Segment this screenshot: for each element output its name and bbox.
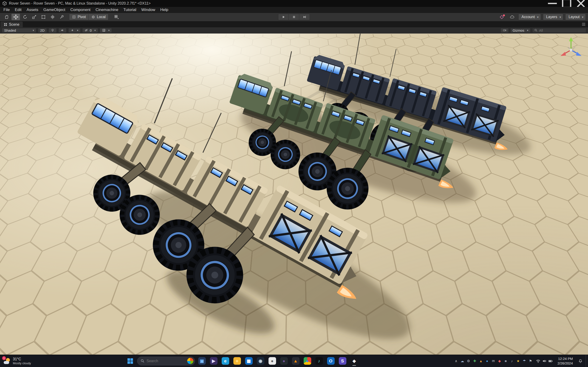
- close-button[interactable]: [574, 0, 588, 7]
- menu-item[interactable]: Cinemachine: [93, 7, 121, 13]
- app-icon-button[interactable]: ■: [232, 356, 242, 366]
- menu-item[interactable]: Edit: [12, 7, 24, 13]
- layout-dropdown[interactable]: Layout: [565, 14, 586, 20]
- tab-options-icon[interactable]: [579, 23, 588, 26]
- layers-dropdown[interactable]: Layers: [543, 14, 563, 20]
- play-button[interactable]: [278, 14, 289, 20]
- pause-button[interactable]: [289, 14, 299, 20]
- taskbar-search-input[interactable]: [147, 359, 185, 363]
- app-icon-button[interactable]: O: [326, 356, 336, 366]
- tab-strip: Scene: [0, 21, 588, 27]
- orientation-gizmo[interactable]: [558, 36, 584, 61]
- tray-icon[interactable]: ●: [484, 357, 490, 366]
- tray-icon[interactable]: ☂: [521, 357, 527, 366]
- scene-search-input[interactable]: [539, 28, 584, 32]
- 2d-toggle-button[interactable]: 2D: [38, 28, 47, 33]
- tray-icon[interactable]: ✚: [472, 357, 478, 366]
- search-icon: [141, 359, 145, 363]
- collab-cloud-button[interactable]: [508, 14, 516, 20]
- app-icon-button[interactable]: ▣: [197, 356, 207, 366]
- rect-tool-button[interactable]: [39, 14, 48, 20]
- tray-icon[interactable]: ⚑: [527, 357, 534, 366]
- app-icon-button[interactable]: ●: [279, 356, 289, 366]
- effects-star-icon: [70, 28, 74, 32]
- draw-mode-dropdown[interactable]: Shaded: [2, 28, 36, 33]
- start-button[interactable]: [125, 356, 135, 366]
- tray-icon[interactable]: ♪: [509, 357, 515, 366]
- menu-item[interactable]: Component: [68, 7, 93, 13]
- scale-tool-button[interactable]: [30, 14, 38, 20]
- app-icon: ▣: [198, 357, 206, 365]
- clock[interactable]: 12:24 PM 2/26/2024: [555, 357, 575, 365]
- tray-icon[interactable]: ▲: [478, 357, 484, 366]
- menu-item[interactable]: Help: [158, 7, 171, 13]
- tray-icon[interactable]: ✉: [490, 357, 496, 366]
- grid-snap-button[interactable]: [111, 14, 122, 20]
- tray-icon[interactable]: ■: [502, 357, 509, 366]
- weather-icon: 1: [4, 358, 10, 365]
- windows-logo-icon: [128, 358, 133, 364]
- maximize-button[interactable]: [560, 0, 574, 7]
- effects-dropdown[interactable]: [68, 28, 81, 33]
- account-dropdown[interactable]: Account: [519, 14, 541, 20]
- titlebar[interactable]: Rover Seven - Rover Seven - PC, Mac & Li…: [0, 0, 588, 7]
- quick-settings[interactable]: [534, 359, 555, 363]
- camera-settings-button[interactable]: [501, 28, 509, 33]
- menu-item[interactable]: GameObject: [41, 7, 68, 13]
- app-icon-button[interactable]: ▶: [208, 356, 219, 366]
- app-icon-button[interactable]: ▲: [291, 356, 301, 366]
- app-icon-button[interactable]: ●: [302, 356, 312, 366]
- taskbar-search[interactable]: [137, 357, 195, 365]
- x-axis-cone[interactable]: [561, 52, 566, 56]
- menu-item[interactable]: File: [1, 7, 12, 13]
- y-axis-cone[interactable]: [569, 37, 573, 41]
- step-button[interactable]: [299, 14, 310, 20]
- show-desktop-button[interactable]: [586, 355, 588, 367]
- gizmos-dropdown[interactable]: Gizmos: [510, 28, 531, 33]
- move-tool-button[interactable]: [11, 14, 20, 20]
- custom-tool-button[interactable]: [57, 14, 66, 20]
- local-toggle-button[interactable]: Local: [89, 14, 108, 20]
- weather-widget[interactable]: 1 31°C Mostly cloudy: [1, 355, 34, 367]
- unity-app-icon: [2, 1, 7, 6]
- z-axis-cone[interactable]: [576, 52, 582, 56]
- grid-icon: [102, 28, 106, 32]
- transform-tool-button[interactable]: [48, 14, 57, 20]
- menu-item[interactable]: Tutorial: [121, 7, 139, 13]
- tray-icon[interactable]: ∧: [453, 357, 459, 366]
- pivot-toggle-button[interactable]: Pivot: [69, 14, 89, 20]
- app-icon-button[interactable]: e: [220, 356, 230, 366]
- scene-viewport[interactable]: [0, 33, 588, 355]
- rotate-tool-button[interactable]: [21, 14, 29, 20]
- tray-icon[interactable]: ★: [515, 357, 521, 366]
- app-icon-button[interactable]: ♪: [314, 356, 324, 366]
- app-icon-button[interactable]: ▦: [244, 356, 254, 366]
- app-icon: ▲: [292, 357, 300, 365]
- app-icon-button[interactable]: ◆: [349, 356, 359, 366]
- app-icon-button[interactable]: S: [337, 356, 347, 366]
- window-title: Rover Seven - Rover Seven - PC, Mac & Li…: [9, 1, 151, 6]
- hand-tool-button[interactable]: [2, 14, 11, 20]
- app-icon-button[interactable]: ◉: [255, 356, 266, 366]
- notification-dot: [503, 15, 505, 16]
- tray-icon[interactable]: ◆: [496, 357, 502, 366]
- tab-scene[interactable]: Scene: [0, 22, 23, 27]
- scene-search[interactable]: [532, 28, 586, 33]
- tray-icon[interactable]: ☁: [459, 357, 465, 366]
- search-highlight-icon: [187, 358, 193, 364]
- app-icon-button[interactable]: ●: [267, 356, 277, 366]
- grid-visibility-dropdown[interactable]: [100, 28, 112, 33]
- lighting-toggle-button[interactable]: [48, 28, 57, 33]
- notification-center-button[interactable]: [575, 357, 586, 366]
- weather-desc: Mostly cloudy: [13, 361, 31, 365]
- app-icon: ▶: [210, 357, 217, 365]
- scene-visibility-button[interactable]: 0: [82, 28, 98, 33]
- audio-toggle-button[interactable]: [58, 28, 67, 33]
- menu-item[interactable]: Assets: [24, 7, 41, 13]
- bell-icon: [578, 359, 583, 363]
- services-button[interactable]: [498, 14, 506, 20]
- minimize-button[interactable]: [545, 0, 560, 7]
- hidden-count: 0: [90, 28, 92, 32]
- tray-icon[interactable]: ⚙: [465, 357, 472, 366]
- menu-item[interactable]: Window: [139, 7, 157, 13]
